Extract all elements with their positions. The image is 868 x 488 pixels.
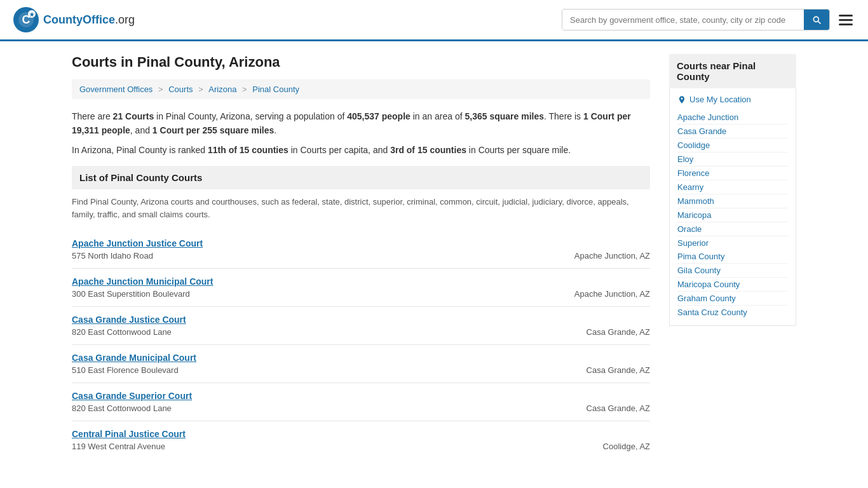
breadcrumb-sep: > bbox=[158, 85, 165, 94]
court-row: 820 East Cottonwood Lane Casa Grande, AZ bbox=[72, 327, 650, 337]
list-heading: List of Pinal County Courts bbox=[72, 166, 650, 189]
sidebar-title: Courts near Pinal County bbox=[669, 54, 796, 88]
content: Courts in Pinal County, Arizona Governme… bbox=[72, 54, 650, 459]
area: 5,365 square miles bbox=[465, 111, 544, 121]
court-address: 300 East Superstition Boulevard bbox=[72, 289, 190, 299]
court-row: 300 East Superstition Boulevard Apache J… bbox=[72, 289, 650, 299]
court-city: Apache Junction, AZ bbox=[574, 251, 650, 261]
sidebar-content: Use My Location Apache JunctionCasa Gran… bbox=[669, 88, 796, 326]
sidebar-city-link[interactable]: Florence bbox=[677, 166, 788, 180]
rank-mile: 3rd of 15 counties bbox=[390, 145, 466, 155]
breadcrumb-sep: > bbox=[242, 85, 249, 94]
sidebar-county-link[interactable]: Gila County bbox=[677, 264, 788, 278]
sidebar-county-link[interactable]: Pima County bbox=[677, 250, 788, 264]
per-mile: 1 Court per 255 square miles bbox=[153, 125, 274, 135]
court-city: Casa Grande, AZ bbox=[587, 403, 650, 413]
sidebar-city-link[interactable]: Eloy bbox=[677, 152, 788, 166]
court-address: 510 East Florence Boulevard bbox=[72, 365, 179, 375]
use-location-link[interactable]: Use My Location bbox=[677, 95, 788, 104]
menu-line bbox=[839, 19, 853, 21]
court-item: Casa Grande Justice Court 820 East Cotto… bbox=[72, 306, 650, 344]
description: There are 21 Courts in Pinal County, Ari… bbox=[72, 109, 650, 157]
court-name-link[interactable]: Apache Junction Justice Court bbox=[72, 238, 650, 248]
court-address: 119 West Central Avenue bbox=[72, 442, 165, 451]
court-item: Apache Junction Justice Court 575 North … bbox=[72, 231, 650, 268]
logo-area: C ★ CountyOffice.org bbox=[13, 6, 135, 33]
search-input[interactable] bbox=[562, 10, 804, 30]
menu-button[interactable] bbox=[836, 12, 855, 28]
court-row: 510 East Florence Boulevard Casa Grande,… bbox=[72, 365, 650, 375]
breadcrumb-sep: > bbox=[198, 85, 205, 94]
sidebar-city-link[interactable]: Superior bbox=[677, 236, 788, 250]
court-address: 820 East Cottonwood Lane bbox=[72, 403, 172, 413]
court-item: Casa Grande Superior Court 820 East Cott… bbox=[72, 383, 650, 421]
court-name-link[interactable]: Apache Junction Municipal Court bbox=[72, 276, 650, 287]
sidebar-county-link[interactable]: Santa Cruz County bbox=[677, 306, 788, 319]
search-icon bbox=[811, 15, 822, 25]
sidebar-city-link[interactable]: Casa Grande bbox=[677, 125, 788, 139]
breadcrumb-pinal[interactable]: Pinal County bbox=[252, 85, 299, 94]
sidebar-city-link[interactable]: Mammoth bbox=[677, 194, 788, 208]
court-name-link[interactable]: Casa Grande Municipal Court bbox=[72, 353, 650, 363]
court-city: Casa Grande, AZ bbox=[587, 327, 650, 337]
search-button[interactable] bbox=[804, 10, 829, 30]
logo-icon: C ★ bbox=[13, 6, 39, 33]
menu-line bbox=[839, 24, 853, 25]
court-name-link[interactable]: Casa Grande Justice Court bbox=[72, 315, 650, 325]
court-item: Apache Junction Municipal Court 300 East… bbox=[72, 268, 650, 306]
location-pin-icon bbox=[677, 95, 686, 104]
menu-line bbox=[839, 15, 853, 17]
court-item: Casa Grande Municipal Court 510 East Flo… bbox=[72, 344, 650, 383]
breadcrumb-gov[interactable]: Government Offices bbox=[79, 85, 153, 94]
use-location-label: Use My Location bbox=[689, 95, 751, 104]
population: 405,537 people bbox=[347, 111, 410, 121]
logo-text: CountyOffice.org bbox=[43, 13, 135, 27]
court-address: 820 East Cottonwood Lane bbox=[72, 327, 172, 337]
breadcrumb-arizona[interactable]: Arizona bbox=[208, 85, 236, 94]
sidebar-cities: Apache JunctionCasa GrandeCoolidgeEloyFl… bbox=[677, 111, 788, 250]
sidebar-county-link[interactable]: Graham County bbox=[677, 292, 788, 306]
sidebar-counties: Pima CountyGila CountyMaricopa CountyGra… bbox=[677, 250, 788, 319]
courts-count: 21 Courts bbox=[113, 111, 154, 121]
page-title: Courts in Pinal County, Arizona bbox=[72, 54, 650, 71]
header-right bbox=[562, 9, 855, 30]
court-city: Apache Junction, AZ bbox=[574, 289, 650, 299]
court-name-link[interactable]: Casa Grande Superior Court bbox=[72, 391, 650, 401]
breadcrumb-courts[interactable]: Courts bbox=[168, 85, 193, 94]
sidebar-city-link[interactable]: Apache Junction bbox=[677, 111, 788, 125]
sidebar-county-link[interactable]: Maricopa County bbox=[677, 278, 788, 292]
court-row: 820 East Cottonwood Lane Casa Grande, AZ bbox=[72, 403, 650, 413]
sidebar-city-link[interactable]: Oracle bbox=[677, 222, 788, 236]
sidebar-city-link[interactable]: Kearny bbox=[677, 180, 788, 194]
court-list: Apache Junction Justice Court 575 North … bbox=[72, 231, 650, 459]
court-city: Coolidge, AZ bbox=[603, 442, 650, 451]
rank-capita: 11th of 15 counties bbox=[208, 145, 288, 155]
svg-text:★: ★ bbox=[29, 11, 35, 18]
main: Courts in Pinal County, Arizona Governme… bbox=[59, 41, 809, 471]
header: C ★ CountyOffice.org bbox=[0, 0, 868, 41]
court-item: Central Pinal Justice Court 119 West Cen… bbox=[72, 421, 650, 459]
court-row: 575 North Idaho Road Apache Junction, AZ bbox=[72, 251, 650, 261]
sub-description: Find Pinal County, Arizona courts and co… bbox=[72, 196, 650, 220]
court-city: Casa Grande, AZ bbox=[587, 365, 650, 375]
sidebar-city-link[interactable]: Coolidge bbox=[677, 139, 788, 152]
court-name-link[interactable]: Central Pinal Justice Court bbox=[72, 429, 650, 439]
court-address: 575 North Idaho Road bbox=[72, 251, 153, 261]
search-form bbox=[562, 9, 830, 30]
court-row: 119 West Central Avenue Coolidge, AZ bbox=[72, 442, 650, 451]
sidebar-city-link[interactable]: Maricopa bbox=[677, 208, 788, 222]
sidebar: Courts near Pinal County Use My Location… bbox=[669, 54, 796, 459]
breadcrumb: Government Offices > Courts > Arizona > … bbox=[72, 79, 650, 99]
